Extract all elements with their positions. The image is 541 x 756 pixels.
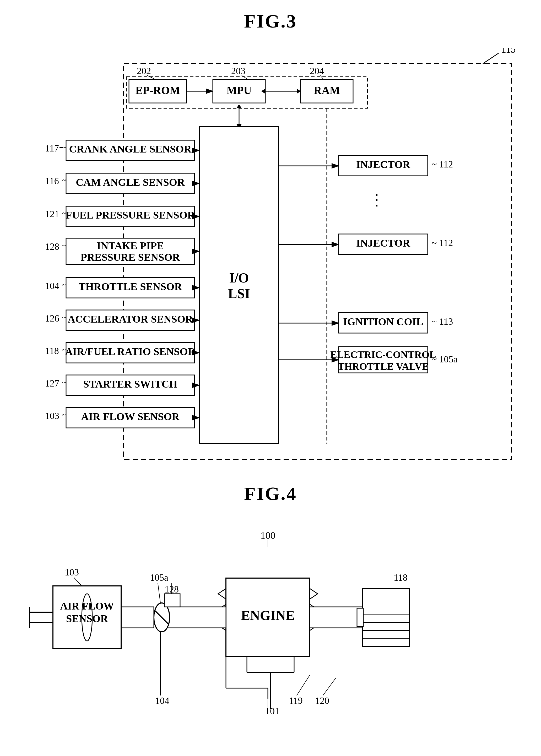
- ram-label: RAM: [314, 84, 340, 97]
- label-100: 100: [261, 530, 275, 541]
- label-115: 115: [501, 48, 516, 55]
- fig4-diagram: 100 ENGINE AIR FLOW SENSOR: [22, 526, 519, 741]
- output-label-throttle-valve1: ELECTRIC-CONTROL: [330, 349, 436, 360]
- air-flow-label2: SENSOR: [66, 613, 108, 624]
- sensor-118-housing: [362, 588, 409, 646]
- sensor-label-fuel-pressure: FUEL PRESSURE SENSOR: [66, 209, 195, 221]
- ref-121: 121: [45, 209, 59, 219]
- tilde-128: ~: [62, 241, 66, 249]
- tilde-103: ~: [62, 411, 66, 419]
- label-105a-fig4: 105a: [150, 572, 168, 583]
- ref-128: 128: [45, 241, 59, 252]
- label-204: 204: [310, 66, 324, 76]
- label-119-fig4: 119: [289, 695, 303, 706]
- air-flow-label1: AIR FLOW: [60, 600, 114, 612]
- eprom-label: EP-ROM: [136, 84, 180, 97]
- ref-104: 104: [45, 281, 59, 291]
- tilde-126: ~: [62, 313, 66, 321]
- sensor-label-crank-angle: CRANK ANGLE SENSOR: [69, 143, 192, 155]
- svg-line-0: [483, 53, 499, 64]
- sensor-label-air-flow: AIR FLOW SENSOR: [81, 411, 180, 422]
- sensor-label-starter: STARTER SWITCH: [83, 378, 177, 390]
- ref-126: 126: [45, 313, 59, 324]
- label-202: 202: [137, 66, 151, 76]
- svg-line-49: [297, 675, 310, 695]
- tilde-117: ~: [62, 143, 66, 151]
- ref-112b: ~ 112: [432, 238, 453, 248]
- label-118-fig4: 118: [394, 572, 408, 583]
- sensor-label-air-fuel: AIR/FUEL RATIO SENSOR: [65, 346, 196, 357]
- engine-port-right1: [310, 588, 318, 599]
- ref-105a: ~ 105a: [432, 354, 457, 364]
- tilde-104: ~: [62, 281, 66, 289]
- engine-port-left1: [218, 588, 226, 599]
- fig4-title: FIG.4: [21, 483, 520, 505]
- ref-117: 117: [45, 143, 59, 154]
- sensor-label-accelerator: ACCELERATOR SENSOR: [68, 313, 193, 325]
- label-103-fig4: 103: [65, 567, 79, 577]
- page-container: FIG.3 115 202 EP-ROM 203 MPU 204 RAM: [0, 0, 541, 751]
- ref-112a: ~ 112: [432, 159, 453, 170]
- label-104-fig4: 104: [155, 695, 169, 706]
- fig3-diagram: 115 202 EP-ROM 203 MPU 204 RAM 201 I/O: [22, 48, 519, 467]
- sensor-label-cam-angle: CAM ANGLE SENSOR: [76, 177, 185, 188]
- label-203: 203: [231, 66, 245, 76]
- svg-line-34: [74, 577, 82, 586]
- ref-113: ~ 113: [432, 316, 453, 327]
- tilde-116: ~: [62, 176, 66, 184]
- mpu-label: MPU: [227, 84, 252, 97]
- exhaust-pipe: [310, 607, 362, 628]
- fig3-title: FIG.3: [21, 10, 520, 32]
- output-label-injector2: INJECTOR: [356, 237, 410, 249]
- io-lsi-text2: LSI: [228, 286, 250, 301]
- engine-label: ENGINE: [241, 608, 294, 623]
- sensor-label-intake-pipe2: PRESSURE SENSOR: [81, 251, 180, 263]
- tilde-127: ~: [62, 378, 66, 386]
- ref-116: 116: [45, 176, 59, 186]
- sensor-128-box: [164, 594, 180, 607]
- label-120-fig4: 120: [315, 695, 329, 706]
- sensor-label-throttle: THROTTLE SENSOR: [79, 281, 183, 292]
- ref-103: 103: [45, 411, 59, 421]
- svg-marker-5: [297, 89, 300, 94]
- probe-118: [357, 608, 363, 626]
- dots: ⋮: [369, 191, 384, 208]
- output-label-injector1: INJECTOR: [356, 159, 410, 170]
- io-lsi-text1: I/O: [229, 270, 249, 285]
- output-label-ignition: IGNITION COIL: [343, 316, 423, 328]
- label-101-fig4: 101: [265, 706, 279, 716]
- svg-line-35: [158, 583, 161, 603]
- svg-marker-10: [237, 104, 242, 108]
- ref-127: 127: [45, 378, 59, 389]
- ref-118: 118: [45, 346, 59, 356]
- output-label-throttle-valve2: THROTTLE VALVE: [338, 361, 429, 372]
- svg-line-50: [323, 678, 336, 695]
- sensor-label-intake-pipe1: INTAKE PIPE: [97, 240, 164, 251]
- throttle-inlet-pipe: [121, 607, 154, 628]
- intake-pipe: [166, 607, 226, 628]
